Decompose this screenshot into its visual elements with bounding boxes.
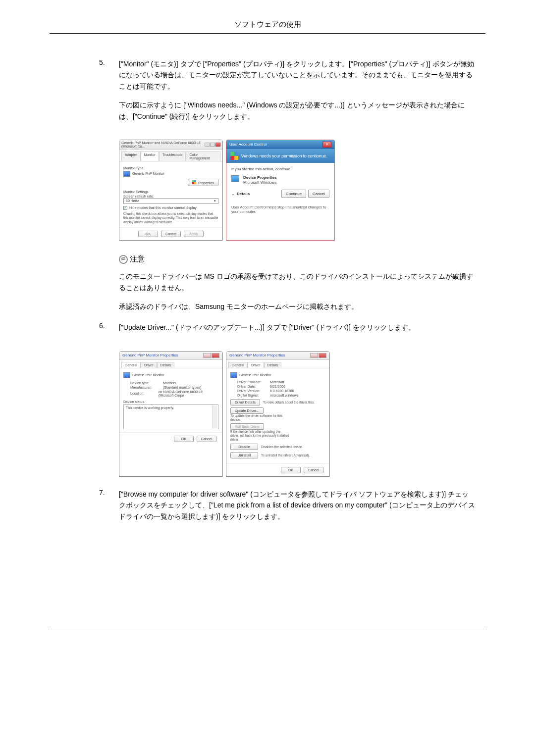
apply-button[interactable]: Apply	[184, 231, 204, 237]
step-num-7: 7.	[99, 489, 119, 530]
close-icon[interactable]	[319, 353, 326, 358]
hide-modes-hint: Clearing this check box allows you to se…	[123, 212, 218, 224]
page-header: ソフトウェアの使用	[50, 20, 485, 34]
ok-button[interactable]: OK	[138, 231, 158, 237]
cancel-button[interactable]: Cancel	[304, 467, 323, 473]
note-icon	[118, 254, 129, 264]
device-icon	[231, 175, 239, 182]
step6-text1: ["Update Driver..." (ドライバのアップデート...)] タブ…	[119, 322, 476, 333]
monitor-icon	[123, 171, 130, 177]
uac-if-started: If you started this action, continue.	[231, 167, 329, 171]
monitor-type-label: Monitor Type	[123, 166, 218, 170]
tab-general[interactable]: General	[121, 362, 141, 368]
device-status-label: Device status	[123, 400, 218, 403]
tab-color-management[interactable]: Color Management	[186, 151, 220, 161]
help-icon[interactable]	[310, 353, 318, 358]
uac-footer-note: User Account Control helps stop unauthor…	[226, 202, 334, 218]
disable-button[interactable]: Disable	[230, 444, 258, 450]
page-title: ソフトウェアの使用	[234, 20, 301, 28]
monitor-properties-dialog: Generic PnP Monitor and NVIDIA GeForce 6…	[119, 140, 223, 241]
uac-device-properties: Device Properties	[243, 175, 277, 180]
dialog-title: Generic PnP Monitor Properties	[229, 353, 285, 357]
note-section: 注意 このモニタードライバーは MS ロゴの承認を受けており、このドライバのイン…	[119, 254, 476, 312]
close-icon[interactable]	[212, 353, 219, 358]
monitor-icon	[123, 372, 130, 378]
uac-shield-icon	[230, 152, 238, 160]
cancel-button[interactable]: Cancel	[161, 231, 181, 237]
ok-button[interactable]: OK	[281, 467, 301, 473]
uac-banner-text: Windows needs your permission to contion…	[241, 153, 327, 158]
cancel-button[interactable]: Cancel	[308, 190, 329, 198]
tab-details[interactable]: Details	[264, 362, 281, 368]
maximize-icon[interactable]	[210, 143, 215, 147]
details-toggle[interactable]: ⌄ Details	[231, 192, 250, 196]
refresh-rate-dropdown[interactable]: 60 Hertz ▾	[123, 198, 218, 204]
help-icon[interactable]	[203, 353, 211, 358]
monitor-props-general-dialog: Generic PnP Monitor Properties General D…	[119, 351, 223, 477]
monitor-props-driver-dialog: Generic PnP Monitor Properties General D…	[226, 351, 330, 477]
note-text2: 承認済みのドライバは、Samsung モニターのホームページに掲載されます。	[119, 301, 476, 312]
uac-ms-windows: Microsoft Windows	[243, 180, 277, 185]
step-num-6: 6.	[99, 322, 119, 341]
screenshot-row-2: Generic PnP Monitor Properties General D…	[119, 351, 476, 477]
step5-text2: 下の図に示すように ["Windows needs..." (Windows の…	[119, 100, 476, 122]
note-text1: このモニタードライバーは MS ロゴの承認を受けており、このドライバのインストー…	[119, 271, 476, 293]
rollback-driver-button[interactable]: Roll Back Driver	[230, 423, 264, 430]
close-icon[interactable]	[215, 143, 220, 147]
close-icon[interactable]: ✕	[322, 142, 331, 148]
refresh-rate-label: Screen refresh rate:	[123, 195, 218, 198]
dialog-titlebar: Generic PnP Monitor and NVIDIA GeForce 6…	[119, 140, 222, 150]
monitor-name: Generic PnP Monitor	[239, 373, 271, 377]
monitor-icon	[230, 372, 237, 378]
step-num-5: 5.	[99, 58, 119, 130]
hide-modes-checkbox[interactable]	[123, 206, 127, 210]
screenshot-row-1: Generic PnP Monitor and NVIDIA GeForce 6…	[119, 140, 476, 241]
page-footer-divider	[50, 629, 485, 629]
tab-monitor[interactable]: Monitor	[141, 151, 159, 161]
scrollbar[interactable]	[213, 405, 217, 428]
hide-modes-label: Hide modes that this monitor cannot disp…	[129, 206, 197, 209]
note-label: 注意	[130, 254, 145, 264]
minimize-icon[interactable]	[205, 143, 210, 147]
chevron-down-icon: ▾	[214, 199, 216, 203]
cancel-button[interactable]: Cancel	[197, 436, 216, 442]
device-status-box: This device is working properly.	[123, 404, 218, 429]
uac-title: User Account Control	[229, 142, 267, 147]
step-6: 6. ["Update Driver..." (ドライバのアップデート...)]…	[99, 322, 476, 341]
dialog-title: Generic PnP Monitor and NVIDIA GeForce 6…	[121, 141, 205, 148]
step-5: 5. ["Monitor" (モニタ)] タブで ["Properties" (…	[99, 58, 476, 130]
dialog-title: Generic PnP Monitor Properties	[122, 353, 178, 357]
monitor-name: Generic PnP Monitor	[132, 172, 164, 175]
properties-button[interactable]: Properties	[188, 179, 218, 186]
driver-details-button[interactable]: Driver Details	[230, 399, 260, 405]
monitor-name: Generic PnP Monitor	[132, 373, 164, 377]
continue-button[interactable]: Continue	[281, 190, 306, 198]
uac-shield-icon	[192, 180, 196, 184]
chevron-down-icon: ⌄	[231, 192, 235, 196]
step-7: 7. ["Browse my computer for driver softw…	[99, 489, 476, 530]
tab-troubleshoot[interactable]: Troubleshoot	[159, 151, 186, 161]
step7-text1: ["Browse my computer for driver software…	[119, 489, 476, 522]
tab-adapter[interactable]: Adapter	[121, 151, 141, 161]
uac-dialog: User Account Control ✕ Windows needs you…	[226, 140, 335, 241]
tab-driver[interactable]: Driver	[141, 362, 157, 368]
step5-text1: ["Monitor" (モニタ)] タブで ["Properties" (プロパ…	[119, 58, 476, 92]
uninstall-button[interactable]: Uninstall	[230, 452, 258, 458]
update-driver-button[interactable]: Update Driver...	[230, 407, 264, 414]
ok-button[interactable]: OK	[174, 436, 194, 442]
monitor-settings-label: Monitor Settings	[123, 190, 218, 194]
tab-general[interactable]: General	[228, 362, 248, 368]
tab-driver[interactable]: Driver	[248, 362, 264, 368]
tab-details[interactable]: Details	[157, 362, 174, 368]
